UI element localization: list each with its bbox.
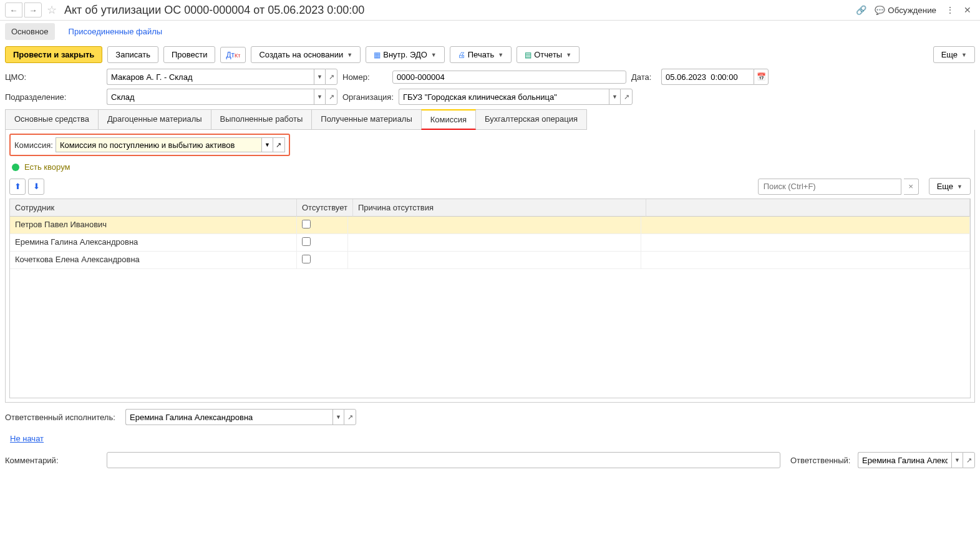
chevron-down-icon: ▼ xyxy=(957,184,963,190)
tab-works[interactable]: Выполненные работы xyxy=(211,109,313,130)
calendar-icon[interactable]: 📅 xyxy=(754,69,769,85)
commission-input[interactable] xyxy=(56,137,261,152)
dk-button[interactable]: ДтКт xyxy=(220,47,246,63)
printer-icon: 🖨 xyxy=(458,51,465,59)
favorite-star-icon[interactable]: ☆ xyxy=(44,2,59,17)
move-up-button[interactable]: ⬆ xyxy=(9,179,26,195)
org-input[interactable] xyxy=(399,89,609,105)
tab-commission[interactable]: Комиссия xyxy=(421,109,476,130)
col-reason[interactable]: Причина отсутствия xyxy=(353,199,646,217)
number-label: Номер: xyxy=(342,72,387,82)
doc-icon: ▦ xyxy=(374,51,381,59)
kebab-menu-icon[interactable]: ⋮ xyxy=(943,2,958,17)
cmo-dropdown[interactable]: ▼ xyxy=(314,69,325,85)
comment-input[interactable] xyxy=(107,452,780,468)
chevron-down-icon: ▼ xyxy=(961,52,967,58)
responsible-open-icon[interactable]: ↗ xyxy=(963,452,975,468)
table-row[interactable]: Еремина Галина Александровна xyxy=(10,234,970,252)
search-clear-icon[interactable]: × xyxy=(904,179,919,195)
back-button[interactable]: ← xyxy=(5,2,22,17)
responsible-label: Ответственный: xyxy=(790,456,853,465)
col-spacer xyxy=(646,199,970,217)
table-row[interactable]: Кочеткова Елена Александровна xyxy=(10,252,970,269)
table-more-button[interactable]: Еще▼ xyxy=(929,178,971,195)
quorum-text: Есть кворум xyxy=(24,162,70,172)
chat-icon: 💬 xyxy=(875,6,885,15)
commission-grid: Сотрудник Отсутствует Причина отсутствия… xyxy=(9,199,971,398)
absent-checkbox[interactable] xyxy=(302,237,311,246)
col-employee[interactable]: Сотрудник xyxy=(10,199,297,217)
employee-cell: Еремина Галина Александровна xyxy=(10,234,297,251)
org-open-icon[interactable]: ↗ xyxy=(620,89,633,105)
tab-accounting[interactable]: Бухгалтерская операция xyxy=(475,109,587,130)
reason-cell xyxy=(348,234,641,251)
dept-input[interactable] xyxy=(107,89,314,105)
table-search-input[interactable] xyxy=(758,179,901,195)
employee-cell: Петров Павел Иванович xyxy=(10,217,297,233)
cmo-open-icon[interactable]: ↗ xyxy=(325,69,337,85)
close-icon[interactable]: ✕ xyxy=(960,2,975,17)
commission-open-icon[interactable]: ↗ xyxy=(273,137,285,152)
chevron-down-icon: ▼ xyxy=(431,52,437,58)
more-button-top[interactable]: Еще▼ xyxy=(933,46,975,63)
employee-cell: Кочеткова Елена Александровна xyxy=(10,252,297,268)
commission-dropdown[interactable]: ▼ xyxy=(261,137,273,152)
internal-edo-button[interactable]: ▦Внутр. ЭДО▼ xyxy=(366,46,445,63)
tab-precious[interactable]: Драгоценные материалы xyxy=(98,109,211,130)
cmo-label: ЦМО: xyxy=(5,72,102,82)
org-label: Организация: xyxy=(342,92,394,102)
post-and-close-button[interactable]: Провести и закрыть xyxy=(5,46,102,63)
dept-open-icon[interactable]: ↗ xyxy=(325,89,337,105)
chevron-down-icon: ▼ xyxy=(566,52,571,58)
col-absent[interactable]: Отсутствует xyxy=(297,199,353,217)
executor-open-icon[interactable]: ↗ xyxy=(344,409,356,425)
tab-os[interactable]: Основные средства xyxy=(5,109,99,130)
page-title: Акт об утилизации ОС 0000-000004 от 05.0… xyxy=(64,4,851,17)
commission-label: Комиссия: xyxy=(14,140,53,150)
executor-input[interactable] xyxy=(125,409,332,425)
absent-checkbox[interactable] xyxy=(302,220,311,228)
absent-cell xyxy=(297,234,348,251)
debit-credit-icon: ДтКт xyxy=(226,51,240,59)
org-dropdown[interactable]: ▼ xyxy=(609,89,620,105)
discuss-button[interactable]: 💬 Обсуждение xyxy=(871,6,940,15)
reports-button[interactable]: ▤Отчеты▼ xyxy=(517,46,580,63)
tab-received[interactable]: Полученные материалы xyxy=(311,109,422,130)
date-input[interactable] xyxy=(661,69,754,85)
link-icon[interactable]: 🔗 xyxy=(853,2,868,17)
subnav-main[interactable]: Основное xyxy=(5,23,55,40)
reason-cell xyxy=(348,217,641,233)
absent-checkbox[interactable] xyxy=(302,255,311,263)
create-based-button[interactable]: Создать на основании▼ xyxy=(251,46,361,63)
move-down-button[interactable]: ⬇ xyxy=(28,179,44,195)
absent-cell xyxy=(297,217,348,233)
forward-button[interactable]: → xyxy=(24,2,42,17)
responsible-dropdown[interactable]: ▼ xyxy=(951,452,963,468)
comment-label: Комментарий: xyxy=(5,456,102,465)
not-started-link[interactable]: Не начат xyxy=(5,433,49,444)
report-icon: ▤ xyxy=(525,51,531,59)
post-button[interactable]: Провести xyxy=(163,46,216,63)
cmo-input[interactable] xyxy=(107,69,314,85)
absent-cell xyxy=(297,252,348,268)
executor-label: Ответственный исполнитель: xyxy=(5,413,120,422)
responsible-input[interactable] xyxy=(858,452,951,468)
subnav-files[interactable]: Присоединенные файлы xyxy=(62,23,169,40)
number-input[interactable] xyxy=(392,71,626,84)
chevron-down-icon: ▼ xyxy=(498,52,503,58)
save-button[interactable]: Записать xyxy=(107,46,158,63)
chevron-down-icon: ▼ xyxy=(347,52,352,58)
dept-label: Подразделение: xyxy=(5,92,102,102)
print-button[interactable]: 🖨Печать▼ xyxy=(450,46,512,63)
table-row[interactable]: Петров Павел Иванович xyxy=(10,217,970,234)
dept-dropdown[interactable]: ▼ xyxy=(314,89,325,105)
reason-cell xyxy=(348,252,641,268)
status-dot-icon xyxy=(12,164,19,171)
date-label: Дата: xyxy=(631,72,656,82)
executor-dropdown[interactable]: ▼ xyxy=(332,409,344,425)
